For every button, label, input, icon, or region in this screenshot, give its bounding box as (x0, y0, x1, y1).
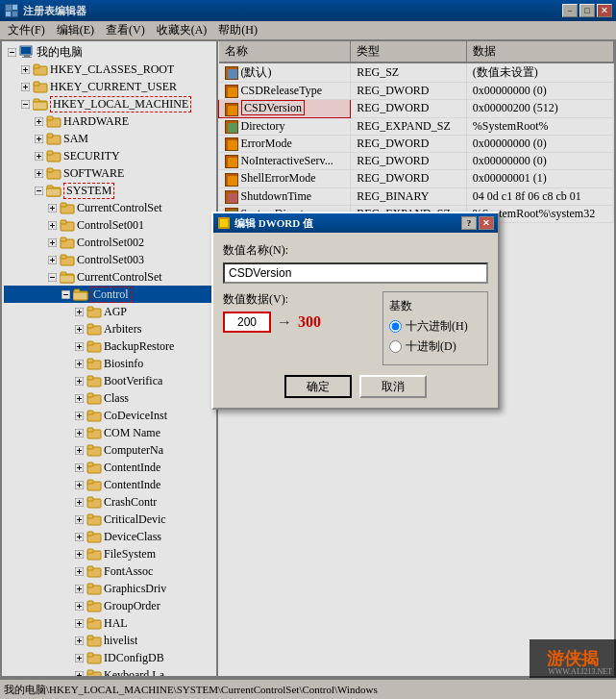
hex-radio[interactable] (389, 320, 402, 333)
dialog-title-text: 编辑 DWORD 值 (234, 216, 313, 231)
dec-radio-row[interactable]: 十进制(D) (389, 338, 481, 355)
dialog-content: 数值名称(N): 数值数据(V): → 300 基数 十六进制(H) (213, 233, 498, 408)
hex-label: 十六进制(H) (406, 318, 468, 335)
data-label: 数值数据(V): (223, 291, 373, 308)
dec-radio[interactable] (389, 340, 402, 353)
name-input[interactable] (223, 262, 488, 284)
dialog-title-bar: 编辑 DWORD 值 ? ✕ (213, 213, 498, 233)
new-value-display: 300 (298, 313, 321, 331)
svg-rect-207 (220, 219, 228, 227)
arrow-icon: → (277, 313, 292, 331)
dialog-title-buttons: ? ✕ (461, 216, 494, 230)
dialog-title-left: 编辑 DWORD 值 (217, 216, 313, 231)
name-label: 数值名称(N): (223, 242, 488, 259)
old-value-input[interactable] (223, 312, 271, 333)
ok-button[interactable]: 确定 (284, 375, 352, 398)
cancel-button[interactable]: 取消 (359, 375, 427, 398)
dialog-main-row: 数值数据(V): → 300 基数 十六进制(H) 十进制( (223, 291, 488, 365)
dialog-overlay: 编辑 DWORD 值 ? ✕ 数值名称(N): 数值数据(V): → 300 (0, 0, 616, 699)
base-section: 基数 十六进制(H) 十进制(D) (382, 291, 488, 365)
value-input-container: → 300 (223, 312, 373, 333)
dialog-help-button[interactable]: ? (461, 216, 477, 230)
dialog-close-button[interactable]: ✕ (479, 216, 494, 230)
base-title: 基数 (389, 298, 481, 314)
value-section: 数值数据(V): → 300 (223, 291, 373, 333)
dialog-buttons: 确定 取消 (223, 375, 488, 398)
dec-label: 十进制(D) (406, 338, 456, 355)
edit-dword-dialog[interactable]: 编辑 DWORD 值 ? ✕ 数值名称(N): 数值数据(V): → 300 (211, 212, 500, 410)
hex-radio-row[interactable]: 十六进制(H) (389, 318, 481, 335)
dialog-icon (217, 216, 231, 230)
